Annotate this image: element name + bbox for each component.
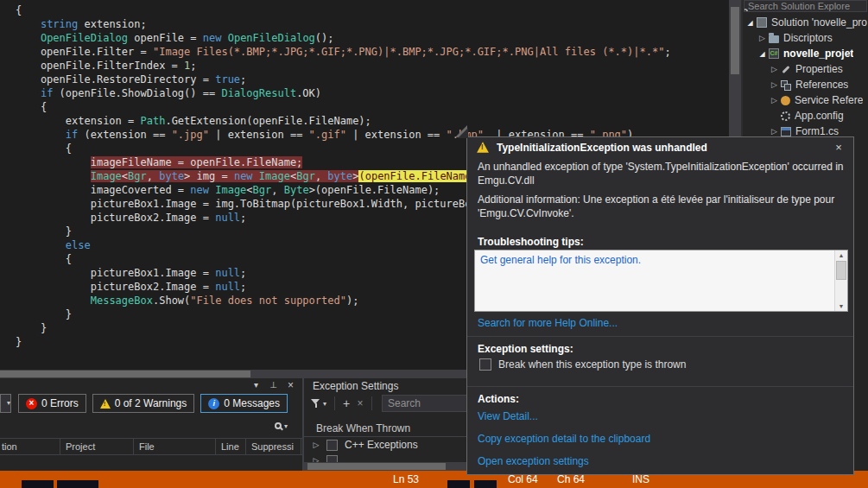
tree-item[interactable]: ◢novelle_projet xyxy=(743,46,868,61)
general-help-link[interactable]: Get general help for this exception. xyxy=(480,254,641,266)
taskbar-fragment xyxy=(22,480,54,488)
dialog-header[interactable]: TypeInitializationException was unhandle… xyxy=(467,137,853,158)
tree-item[interactable]: ▷Properties xyxy=(743,61,868,77)
close-icon[interactable]: × xyxy=(831,140,846,155)
troubleshooting-tips-label: Troubleshooting tips: xyxy=(478,236,584,248)
error-icon xyxy=(26,398,37,409)
tree-item-label: App.config xyxy=(795,110,844,122)
code-line[interactable]: openFile.FilterIndex = 1; xyxy=(16,59,671,73)
code-line[interactable]: string extension; xyxy=(16,17,671,31)
copy-exception-detail-link[interactable]: Copy exception detail to the clipboard xyxy=(478,433,650,445)
tree-item[interactable]: ▷Service Refere xyxy=(743,92,868,108)
tree-item[interactable]: App.config xyxy=(743,108,868,124)
references-icon xyxy=(781,79,791,90)
code-line[interactable]: { xyxy=(16,100,671,114)
tree-item-label: Solution 'novelle_pro xyxy=(771,16,867,29)
code-line[interactable]: extension = Path.GetExtension(openFile.F… xyxy=(16,114,671,128)
scrollbar-thumb[interactable] xyxy=(0,371,250,377)
config-icon xyxy=(781,111,790,121)
error-list-toolbar: ▾ 0 Errors 0 of 2 Warnings 0 Messages xyxy=(0,393,302,414)
expander-icon[interactable]: ◢ xyxy=(744,19,756,27)
search-help-online-link[interactable]: Search for more Help Online... xyxy=(478,317,618,329)
error-list-search-button[interactable]: ▾ xyxy=(275,418,299,434)
scrollbar-thumb[interactable] xyxy=(836,261,846,280)
actions-label: Actions: xyxy=(478,393,519,405)
column-header[interactable]: tion xyxy=(0,439,60,454)
dialog-separator xyxy=(467,336,853,337)
code-line[interactable]: openFile.RestoreDirectory = true; xyxy=(16,73,671,86)
tree-item-label: Service Refere xyxy=(795,94,863,106)
messages-filter-button[interactable]: 0 Messages xyxy=(200,394,288,413)
expander-icon[interactable]: ◢ xyxy=(757,50,768,58)
code-line[interactable]: openFile.Filter = "Image Files(*.BMP;*.J… xyxy=(16,45,671,59)
column-header[interactable]: File xyxy=(134,439,216,454)
auto-hide-pin-icon[interactable]: ⊥ xyxy=(267,379,280,391)
break-checkbox[interactable] xyxy=(479,358,491,371)
tips-scrollbar[interactable]: ▲ ▼ xyxy=(834,250,847,311)
expander-icon[interactable]: ▷ xyxy=(769,65,780,73)
solution-explorer-search[interactable] xyxy=(744,0,867,12)
panel-title-bar: ▾ ⊥ × xyxy=(0,378,302,392)
errors-filter-button[interactable]: 0 Errors xyxy=(18,394,86,413)
search-icon xyxy=(744,9,748,12)
chevron-down-icon: ▾ xyxy=(284,422,288,430)
tree-item-label: References xyxy=(795,79,848,91)
dialog-separator xyxy=(467,386,853,387)
code-line[interactable]: { xyxy=(16,3,671,17)
scroll-down-icon[interactable]: ▼ xyxy=(835,303,847,309)
break-checkbox-label: Break when this exception type is thrown xyxy=(498,358,686,371)
expander-icon[interactable]: ▷ xyxy=(769,80,780,89)
csharp-project-icon xyxy=(769,48,779,59)
solution-explorer-search-input[interactable] xyxy=(744,1,850,11)
expander-icon[interactable]: ▷ xyxy=(311,440,321,449)
filter-label: 0 Errors xyxy=(41,397,79,409)
scope-dropdown-fragment[interactable]: ▾ xyxy=(0,394,11,413)
warnings-filter-button[interactable]: 0 of 2 Warnings xyxy=(92,394,195,413)
column-header[interactable]: Suppressi xyxy=(246,439,301,454)
scroll-up-icon[interactable]: ▲ xyxy=(835,252,847,258)
taskbar-fragment xyxy=(447,480,470,488)
visual-studio-window: { string extension; OpenFileDialog openF… xyxy=(0,0,868,488)
filter-icon[interactable] xyxy=(311,398,321,409)
column-header[interactable]: Project xyxy=(60,439,134,454)
tree-item[interactable]: ◢Solution 'novelle_pro xyxy=(743,15,868,30)
status-column-number: Col 64 xyxy=(508,473,538,485)
tree-item-label: Discriptors xyxy=(783,32,833,44)
error-list-column-headers: tionProjectFileLineSuppressi xyxy=(0,438,302,455)
tree-item-label: Properties xyxy=(795,63,843,75)
chevron-down-icon[interactable]: ▾ xyxy=(323,400,326,408)
search-icon xyxy=(275,422,282,429)
close-icon[interactable]: × xyxy=(284,379,297,391)
window-position-icon[interactable]: ▾ xyxy=(250,379,263,391)
code-line[interactable]: if (openFile.ShowDialog() == DialogResul… xyxy=(16,86,671,100)
scrollbar-thumb[interactable] xyxy=(731,7,739,74)
scrollbar-thumb[interactable] xyxy=(307,463,446,470)
form-icon xyxy=(781,127,791,136)
delete-icon[interactable]: × xyxy=(353,397,367,409)
column-header[interactable]: Line xyxy=(216,439,246,454)
tree-item-label: Form1.cs xyxy=(795,125,839,137)
solution-icon xyxy=(757,17,767,28)
tree-item-label: novelle_projet xyxy=(783,48,853,60)
taskbar-fragment xyxy=(57,480,98,488)
add-icon[interactable]: + xyxy=(339,396,353,410)
info-icon xyxy=(208,398,219,409)
tree-item[interactable]: ▷Discriptors xyxy=(743,30,868,46)
expander-icon[interactable]: ▷ xyxy=(757,34,768,42)
break-checkbox[interactable] xyxy=(326,440,338,451)
code-line[interactable]: OpenFileDialog openFile = new OpenFileDi… xyxy=(16,31,671,45)
expander-icon[interactable]: ▷ xyxy=(769,96,780,105)
break-checkbox-row[interactable]: Break when this exception type is thrown xyxy=(479,358,686,371)
open-exception-settings-link[interactable]: Open exception settings xyxy=(478,455,589,467)
filter-label: 0 of 2 Warnings xyxy=(115,397,187,409)
filter-label: 0 Messages xyxy=(224,397,280,409)
expander-icon[interactable]: ▷ xyxy=(769,127,780,136)
tree-item[interactable]: ▷References xyxy=(743,77,868,92)
exception-message: An unhandled exception of type 'System.T… xyxy=(478,160,844,187)
view-detail-link[interactable]: View Detail... xyxy=(478,410,538,422)
status-character-number: Ch 64 xyxy=(557,473,585,485)
dialog-title: TypeInitializationException was unhandle… xyxy=(497,142,707,154)
exception-settings-label: Exception settings: xyxy=(478,343,573,355)
panel-title: Exception Settings xyxy=(313,380,398,392)
exception-category-label: C++ Exceptions xyxy=(345,439,418,451)
